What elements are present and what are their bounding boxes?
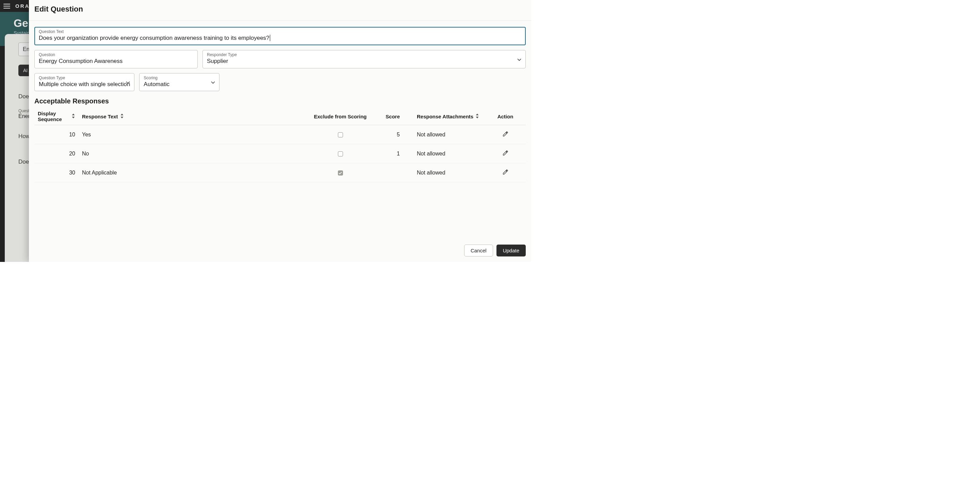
cell-sequence: 30 xyxy=(34,163,79,182)
dropdown-icon xyxy=(211,79,215,85)
responder-type-field[interactable]: Responder Type Supplier xyxy=(202,50,526,68)
exclude-checkbox[interactable] xyxy=(338,132,343,137)
question-input[interactable]: Energy Consumption Awareness xyxy=(39,57,193,65)
scoring-label: Scoring xyxy=(143,76,215,80)
cell-attachments: Not allowed xyxy=(414,125,485,144)
responder-type-label: Responder Type xyxy=(207,52,521,57)
cell-sequence: 20 xyxy=(34,144,79,163)
update-button[interactable]: Update xyxy=(496,245,526,256)
pencil-icon xyxy=(502,171,508,176)
cell-attachments: Not allowed xyxy=(414,144,485,163)
question-text-input[interactable]: Does your organization provide energy co… xyxy=(39,34,521,42)
cell-action xyxy=(485,144,526,163)
question-text-field[interactable]: Question Text Does your organization pro… xyxy=(34,27,526,45)
col-header-action: Action xyxy=(485,108,526,125)
exclude-checkbox[interactable] xyxy=(338,170,343,175)
col-header-sequence[interactable]: Display Sequence xyxy=(34,108,79,125)
table-row: 10Yes5Not allowed xyxy=(34,125,526,144)
acceptable-responses-heading: Acceptable Responses xyxy=(34,97,526,105)
cell-attachments: Not allowed xyxy=(414,163,485,182)
edit-row-button[interactable] xyxy=(501,168,510,178)
cell-exclude xyxy=(308,144,372,163)
col-header-exclude: Exclude from Scoring xyxy=(308,108,372,125)
col-header-score: Score xyxy=(372,108,414,125)
edit-row-button[interactable] xyxy=(501,130,510,140)
edit-row-button[interactable] xyxy=(501,149,510,159)
cell-score: 5 xyxy=(372,125,414,144)
edit-question-modal: Edit Question Question Text Does your or… xyxy=(29,0,531,262)
modal-header: Edit Question xyxy=(29,0,531,21)
modal-title: Edit Question xyxy=(34,5,526,14)
pencil-icon xyxy=(502,133,508,138)
question-type-label: Question Type xyxy=(39,76,130,80)
cell-response-text: Yes xyxy=(79,125,308,144)
responder-type-select[interactable]: Supplier xyxy=(207,57,521,65)
cell-score: 1 xyxy=(372,144,414,163)
question-text-label: Question Text xyxy=(39,29,521,34)
table-row: 20No1Not allowed xyxy=(34,144,526,163)
sort-icon[interactable] xyxy=(120,114,124,119)
modal-body: Question Text Does your organization pro… xyxy=(29,21,531,240)
cell-action xyxy=(485,125,526,144)
table-row: 30Not ApplicableNot allowed xyxy=(34,163,526,182)
cell-sequence: 10 xyxy=(34,125,79,144)
sort-icon[interactable] xyxy=(72,114,75,119)
cell-exclude xyxy=(308,125,372,144)
question-field[interactable]: Question Energy Consumption Awareness xyxy=(34,50,198,68)
cell-exclude xyxy=(308,163,372,182)
question-label: Question xyxy=(39,52,193,57)
responses-table: Display Sequence Response Text xyxy=(34,108,526,182)
cancel-button[interactable]: Cancel xyxy=(464,245,493,256)
question-type-select[interactable]: Multiple choice with single selection xyxy=(39,80,130,89)
sort-icon[interactable] xyxy=(476,114,479,119)
cell-response-text: Not Applicable xyxy=(79,163,308,182)
cell-score xyxy=(372,163,414,182)
cell-response-text: No xyxy=(79,144,308,163)
exclude-checkbox[interactable] xyxy=(338,151,343,156)
dropdown-icon xyxy=(517,56,521,62)
dropdown-icon xyxy=(126,79,130,85)
scoring-select[interactable]: Automatic xyxy=(143,80,215,89)
pencil-icon xyxy=(502,152,508,157)
col-header-response-text[interactable]: Response Text xyxy=(79,108,308,125)
scoring-field[interactable]: Scoring Automatic xyxy=(139,73,220,92)
cell-action xyxy=(485,163,526,182)
table-header-row: Display Sequence Response Text xyxy=(34,108,526,125)
question-type-field[interactable]: Question Type Multiple choice with singl… xyxy=(34,73,134,92)
col-header-attachments[interactable]: Response Attachments xyxy=(414,108,485,125)
modal-footer: Cancel Update xyxy=(29,240,531,262)
